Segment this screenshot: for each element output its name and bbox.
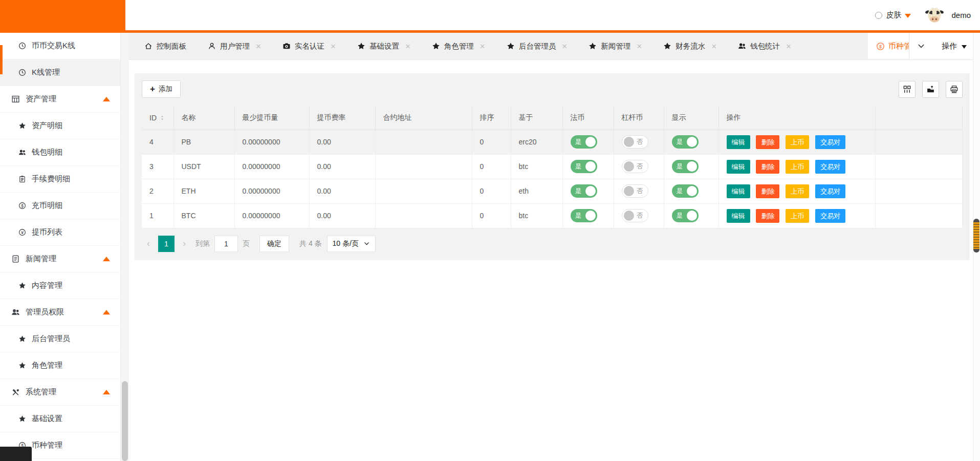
cell-contract: [375, 179, 472, 203]
lever-toggle[interactable]: 否: [622, 160, 648, 173]
collapse-arrow-icon: [103, 257, 110, 261]
tab-wallet-stats[interactable]: 钱包统计 ×: [724, 33, 798, 59]
sidebar-scrollbar-thumb[interactable]: [122, 381, 128, 461]
delete-button[interactable]: 删除: [756, 209, 779, 223]
star-icon: [507, 42, 515, 50]
chevron-down-icon: [917, 42, 925, 50]
tab-dashboard[interactable]: 控制面板: [129, 33, 193, 59]
add-button[interactable]: + 添加: [142, 80, 181, 98]
close-icon[interactable]: ×: [331, 42, 336, 51]
tab-finance-flow[interactable]: 财务流水 ×: [649, 33, 724, 59]
lever-toggle[interactable]: 否: [622, 209, 648, 222]
column-header-id[interactable]: ID: [142, 106, 173, 130]
trade-pair-button[interactable]: 交易对: [815, 160, 845, 174]
export-button[interactable]: [922, 81, 939, 98]
edit-button[interactable]: 编辑: [727, 135, 750, 149]
current-page-button[interactable]: 1: [158, 236, 175, 252]
sidebar-item-base-settings[interactable]: 基础设置: [0, 406, 120, 432]
caret-down-icon: [905, 14, 911, 18]
table-panel: + 添加: [135, 73, 970, 260]
close-icon[interactable]: ×: [256, 42, 261, 51]
cell-id: 2: [142, 179, 173, 203]
fiat-toggle[interactable]: 是: [571, 184, 597, 198]
tab-role-manage[interactable]: 角色管理 ×: [418, 33, 492, 59]
sidebar-item-label: 资产明细: [32, 121, 62, 131]
close-icon[interactable]: ×: [480, 42, 485, 51]
sidebar-item-asset-detail[interactable]: 资产明细: [0, 113, 120, 139]
show-toggle[interactable]: 是: [672, 160, 699, 173]
sidebar-item-role-manage[interactable]: 角色管理: [0, 352, 120, 379]
toggle-knob: [687, 137, 697, 147]
table-row: 3 USDT 0.00000000 0.00 0 btc 是 否 是 编辑 删除…: [142, 154, 963, 179]
delete-button[interactable]: 删除: [756, 160, 779, 174]
tab-coin-manage-active[interactable]: $ 币种管理: [868, 33, 909, 59]
delete-button[interactable]: 删除: [756, 184, 779, 198]
toggle-label: 是: [575, 187, 582, 196]
fiat-toggle[interactable]: 是: [571, 135, 597, 149]
tab-news-manage[interactable]: 新闻管理 ×: [574, 33, 649, 59]
sidebar-item-bibi-kline[interactable]: 币币交易K线: [0, 33, 120, 59]
sidebar-group-news[interactable]: 新闻管理: [0, 246, 120, 273]
close-icon[interactable]: ×: [711, 42, 716, 51]
filter-columns-button[interactable]: [899, 81, 916, 98]
svg-text:$: $: [21, 203, 24, 208]
trade-pair-button[interactable]: 交易对: [815, 184, 845, 198]
trade-pair-button[interactable]: 交易对: [815, 209, 845, 223]
fiat-toggle[interactable]: 是: [571, 209, 597, 222]
sidebar-item-content-manage[interactable]: 内容管理: [0, 273, 120, 299]
toggle-knob: [624, 161, 634, 172]
page-size-select[interactable]: 10 条/页: [327, 236, 376, 252]
close-icon[interactable]: ×: [637, 42, 642, 51]
sidebar-item-deposit-detail[interactable]: $ 充币明细: [0, 193, 120, 219]
sidebar-item-backend-admin[interactable]: 后台管理员: [0, 326, 120, 352]
tab-base-settings[interactable]: 基础设置 ×: [343, 33, 418, 59]
prev-page-button[interactable]: ‹: [142, 238, 155, 249]
list-coin-button[interactable]: 上币: [786, 209, 809, 223]
cell-contract: [375, 154, 472, 179]
fiat-toggle[interactable]: 是: [571, 160, 597, 173]
sidebar-item-fee-detail[interactable]: 手续费明细: [0, 166, 120, 193]
dollar-circle-icon: $: [18, 202, 26, 209]
skin-switcher[interactable]: 皮肤: [875, 10, 911, 20]
tab-kyc[interactable]: 实名认证 ×: [268, 33, 343, 59]
show-toggle[interactable]: 是: [672, 135, 699, 149]
list-coin-button[interactable]: 上币: [786, 160, 809, 174]
sort-icon[interactable]: [160, 114, 165, 121]
close-icon[interactable]: ×: [562, 42, 567, 51]
confirm-page-button[interactable]: 确定: [259, 236, 289, 252]
sidebar-item-wallet-detail[interactable]: 钱包明细: [0, 139, 120, 166]
lever-toggle[interactable]: 否: [622, 135, 648, 149]
cell-id: 4: [142, 130, 173, 154]
goto-page-input[interactable]: [214, 236, 238, 252]
user-menu[interactable]: demo: [924, 6, 971, 25]
close-icon[interactable]: ×: [786, 42, 791, 51]
close-icon[interactable]: ×: [405, 42, 410, 51]
sidebar-group-assets[interactable]: 资产管理: [0, 86, 120, 113]
print-button[interactable]: [946, 81, 963, 98]
show-toggle[interactable]: 是: [672, 184, 699, 198]
toggle-knob: [624, 186, 634, 196]
edit-button[interactable]: 编辑: [727, 184, 750, 198]
sidebar-group-admin-perms[interactable]: 管理员权限: [0, 299, 120, 326]
tab-overflow-button[interactable]: [909, 33, 932, 59]
lever-toggle[interactable]: 否: [622, 184, 648, 198]
column-header-name: 名称: [173, 106, 234, 130]
sidebar-item-withdraw-list[interactable]: ¥ 提币列表: [0, 219, 120, 246]
sidebar-group-system[interactable]: 系统管理: [0, 379, 120, 406]
show-toggle[interactable]: 是: [672, 209, 699, 222]
list-coin-button[interactable]: 上币: [786, 135, 809, 149]
next-page-button[interactable]: ›: [178, 238, 191, 249]
list-coin-button[interactable]: 上币: [786, 184, 809, 198]
page-scrollbar-thumb[interactable]: [973, 219, 979, 253]
print-icon: [950, 85, 959, 94]
trade-pair-button[interactable]: 交易对: [815, 135, 845, 149]
tab-backend-admin[interactable]: 后台管理员 ×: [492, 33, 574, 59]
delete-button[interactable]: 删除: [756, 135, 779, 149]
edit-button[interactable]: 编辑: [727, 209, 750, 223]
column-header-min-withdraw: 最少提币量: [234, 106, 309, 130]
edit-button[interactable]: 编辑: [727, 160, 750, 174]
cell-name: USDT: [173, 154, 234, 179]
tab-user-manage[interactable]: 用户管理 ×: [193, 33, 268, 59]
collapse-arrow-icon: [103, 97, 110, 101]
sidebar-item-kline-manage[interactable]: K线管理: [0, 59, 120, 86]
